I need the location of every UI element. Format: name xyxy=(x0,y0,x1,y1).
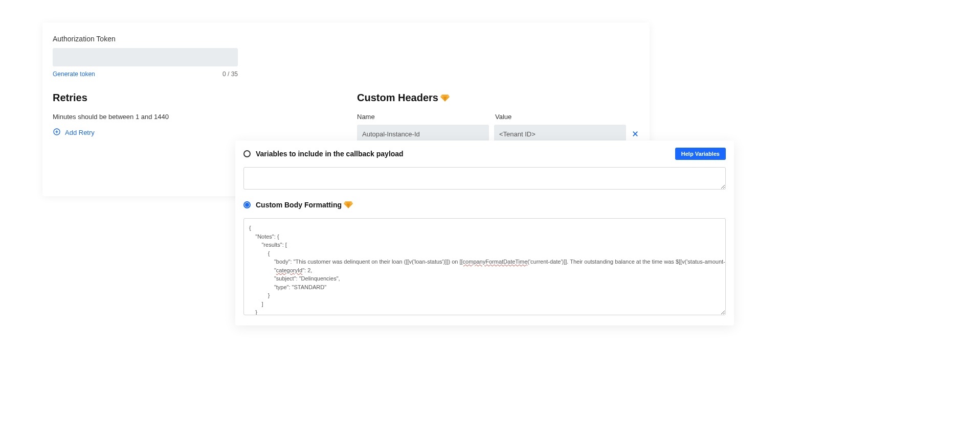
variables-radio-option[interactable]: Variables to include in the callback pay… xyxy=(243,150,404,158)
diamond-icon xyxy=(344,201,353,208)
retries-hint: Minutes should be between 1 and 1440 xyxy=(53,113,357,121)
plus-circle-icon xyxy=(53,128,61,137)
columns-container: Retries Minutes should be between 1 and … xyxy=(53,92,639,143)
custom-headers-label-row: Name Value xyxy=(357,113,639,121)
header-name-label: Name xyxy=(357,113,495,121)
radio-selected-icon xyxy=(243,201,251,208)
custom-body-option-label: Custom Body Formatting xyxy=(256,201,353,209)
radio-unselected-icon xyxy=(243,150,251,157)
help-variables-button[interactable]: Help Variables xyxy=(675,148,726,160)
retries-column: Retries Minutes should be between 1 and … xyxy=(53,92,357,143)
variables-option-label: Variables to include in the callback pay… xyxy=(256,150,404,158)
remove-header-button[interactable] xyxy=(631,130,639,138)
auth-token-char-count: 0 / 35 xyxy=(222,71,238,78)
custom-headers-title: Custom Headers xyxy=(357,92,639,104)
add-retry-button[interactable]: Add Retry xyxy=(53,128,357,137)
auth-token-input[interactable] xyxy=(53,48,238,66)
custom-headers-title-text: Custom Headers xyxy=(357,92,438,104)
auth-token-meta-row: Generate token 0 / 35 xyxy=(53,71,238,78)
retries-title-text: Retries xyxy=(53,92,87,104)
generate-token-link[interactable]: Generate token xyxy=(53,71,95,78)
variables-textarea[interactable] xyxy=(243,167,726,190)
payload-config-card: Variables to include in the callback pay… xyxy=(235,140,734,325)
custom-body-label-text: Custom Body Formatting xyxy=(256,201,342,209)
custom-headers-column: Custom Headers Name Value xyxy=(357,92,639,143)
variables-header-row: Variables to include in the callback pay… xyxy=(243,148,726,160)
add-retry-label: Add Retry xyxy=(65,129,95,136)
retries-title: Retries xyxy=(53,92,357,104)
auth-token-label: Authorization Token xyxy=(53,35,639,43)
custom-body-radio-option[interactable]: Custom Body Formatting xyxy=(243,201,726,209)
header-value-label: Value xyxy=(495,113,511,121)
custom-body-textarea[interactable]: { "Notes": { "results": [ { "body": "Thi… xyxy=(243,218,726,315)
diamond-icon xyxy=(440,95,450,102)
